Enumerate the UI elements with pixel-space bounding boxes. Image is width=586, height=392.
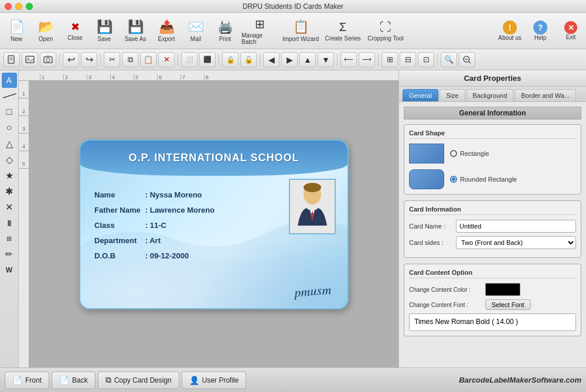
card-name-row: Card Name : — [409, 220, 576, 233]
toolbar-save-button[interactable]: 💾 Save — [90, 15, 118, 47]
sec-cut-button[interactable]: ✂ — [104, 52, 120, 67]
sec-lock2-button[interactable]: 🔓 — [240, 52, 257, 67]
content-color-row: Change Content Color : — [409, 283, 576, 296]
copy-card-design-button[interactable]: ⧉ Copy Card Design — [98, 371, 179, 389]
toolbar-new-button[interactable]: 📄 New — [2, 15, 30, 47]
tab-general[interactable]: General — [403, 89, 438, 101]
canvas-inner: O.P. INTERNATIONAL SCHOOL 2020-2021 — [29, 81, 398, 367]
toolbar-mail-button[interactable]: ✉️ Mail — [182, 15, 210, 47]
toolbar-croppingtool-button[interactable]: ⛶ Cropping Tool — [364, 15, 407, 47]
sec-align-right-button[interactable]: ⟶ — [359, 52, 375, 67]
card-information-section: Card Information Card Name : Card sides … — [404, 200, 581, 258]
toolbar-exit-button[interactable]: ✕ Exit — [558, 21, 584, 40]
sep2 — [100, 54, 101, 66]
sec-page-button[interactable] — [4, 52, 20, 67]
back-button[interactable]: 📄 Back — [52, 371, 96, 389]
tab-background[interactable]: Background — [466, 89, 514, 101]
diamond-tool-button[interactable]: ◇ — [2, 152, 17, 167]
toolbar-managebatch-button[interactable]: ⊞ Manage Batch — [240, 15, 279, 47]
left-toolbox: A ╱ □ ○ △ ◇ ★ ✱ ✕ ||| ⊞ ✏ W — [0, 70, 19, 367]
content-color-box[interactable] — [485, 283, 520, 296]
maximize-traffic-light[interactable] — [26, 3, 33, 10]
ruler-tick: 2 — [63, 74, 87, 80]
sec-zoomin-button[interactable]: 🔍 — [441, 52, 457, 67]
select-font-button[interactable]: Select Font — [485, 299, 531, 310]
rect-tool-button[interactable]: □ — [2, 104, 17, 120]
toolbar-importwizard-button[interactable]: 📋 Import Wizard — [280, 15, 321, 47]
user-profile-button[interactable]: 👤 User Profile — [182, 371, 247, 389]
sec-grid2-button[interactable]: ⊟ — [400, 52, 416, 67]
rectangle-radio[interactable] — [450, 150, 457, 157]
tab-size[interactable]: Size — [440, 89, 465, 101]
toolbar-help-button[interactable]: ? Help — [527, 21, 553, 41]
sec-zoomout-button[interactable] — [459, 52, 475, 67]
ruler-tick: 7 — [180, 74, 204, 80]
back-label: Back — [72, 376, 88, 384]
sec-grid1-button[interactable]: ⊞ — [381, 52, 398, 67]
shape-row-rounded: Rounded Rectangle — [409, 169, 576, 189]
class-value: : 11-C — [143, 218, 217, 233]
rounded-radio[interactable] — [450, 176, 457, 183]
close-traffic-light[interactable] — [5, 3, 12, 10]
title-bar: DRPU Students ID Cards Maker — [0, 0, 586, 13]
sep3 — [178, 54, 178, 66]
front-button[interactable]: 📄 Front — [5, 371, 49, 389]
sec-align-left-button[interactable]: ⟵ — [340, 52, 357, 67]
barcode-tool-button[interactable]: ||| — [2, 215, 17, 230]
ruler-tick: 8 — [204, 74, 227, 80]
cross-tool-button[interactable]: ✕ — [2, 199, 17, 214]
svg-rect-7 — [46, 56, 50, 57]
export-icon: 📤 — [159, 19, 175, 35]
toolbar-export-button[interactable]: 📤 Export — [152, 15, 180, 47]
rectangle-radio-label[interactable]: Rectangle — [450, 150, 489, 157]
burst-tool-button[interactable]: ✱ — [2, 183, 17, 199]
dept-value: : Art — [143, 233, 217, 248]
toolbar-print-button[interactable]: 🖨️ Print — [211, 15, 239, 47]
person-svg — [292, 182, 333, 231]
sec-lock1-button[interactable]: 🔒 — [222, 52, 239, 67]
front-icon: 📄 — [12, 376, 22, 385]
watermark-tool-button[interactable]: W — [2, 263, 17, 278]
toolbar-aboutus-button[interactable]: ! About us — [497, 21, 523, 41]
table-tool-button[interactable]: ⊞ — [2, 231, 17, 246]
toolbar-saveas-button[interactable]: 💾 Save As — [120, 15, 151, 47]
rounded-label: Rounded Rectangle — [460, 176, 517, 183]
sec-select1-button[interactable]: ⬜ — [181, 52, 197, 67]
toolbar-mail-label: Mail — [190, 36, 201, 42]
toolbar-createseries-button[interactable]: Σ Create Series — [322, 15, 363, 47]
sec-undo-button[interactable]: ↩ — [63, 52, 79, 67]
rounded-radio-label[interactable]: Rounded Rectangle — [450, 176, 517, 183]
sec-redo-button[interactable]: ↪ — [81, 52, 97, 67]
sep4 — [219, 54, 219, 66]
secondary-toolbar: ↩ ↪ ✂ ⧉ 📋 ✕ ⬜ ⬛ 🔒 🔓 ◀ ▶ ▲ ▼ ⟵ ⟶ ⊞ ⊟ ⊡ 🔍 — [0, 49, 586, 70]
tab-border[interactable]: Border and Wa... — [515, 89, 576, 101]
sec-delete-button[interactable]: ✕ — [158, 52, 175, 67]
sec-select2-button[interactable]: ⬛ — [199, 52, 216, 67]
draw-tool-button[interactable]: ✏ — [2, 247, 17, 262]
shape-options: Rectangle Rounded Rectangle — [409, 144, 576, 189]
triangle-tool-button[interactable]: △ — [2, 136, 17, 151]
toolbar-close-button[interactable]: ✖ Close — [61, 15, 89, 47]
line-tool-button[interactable]: ╱ — [0, 86, 20, 107]
sec-arrow-down-button[interactable]: ▼ — [318, 52, 334, 67]
ruler-v-tick: 3 — [19, 116, 29, 134]
sec-copy-button[interactable]: ⧉ — [122, 52, 138, 67]
sec-arrow-up-button[interactable]: ▲ — [299, 52, 316, 67]
card-name-input[interactable] — [456, 220, 576, 233]
sec-arrow-right-button[interactable]: ▶ — [281, 52, 298, 67]
ruler-v-tick: 5 — [19, 151, 29, 169]
star-tool-button[interactable]: ★ — [2, 168, 17, 183]
card-content-section: Card Content Option Change Content Color… — [404, 264, 581, 336]
props-content: General Information Card Shape Rectangle — [399, 102, 586, 367]
card-sides-select[interactable]: Two (Front and Back) One (Front Only) — [456, 236, 576, 249]
sec-paste-button[interactable]: 📋 — [140, 52, 156, 67]
minimize-traffic-light[interactable] — [15, 3, 22, 10]
sec-photo-button[interactable] — [40, 52, 56, 67]
rectangle-preview — [409, 144, 444, 163]
toolbar-managebatch-label: Manage Batch — [241, 32, 278, 45]
sec-equal-button[interactable]: ⊡ — [418, 52, 434, 67]
sec-image-button[interactable] — [22, 52, 38, 67]
toolbar-open-button[interactable]: 📂 Open — [32, 15, 60, 47]
sec-arrow-left-button[interactable]: ◀ — [263, 52, 280, 67]
ellipse-tool-button[interactable]: ○ — [2, 120, 17, 135]
